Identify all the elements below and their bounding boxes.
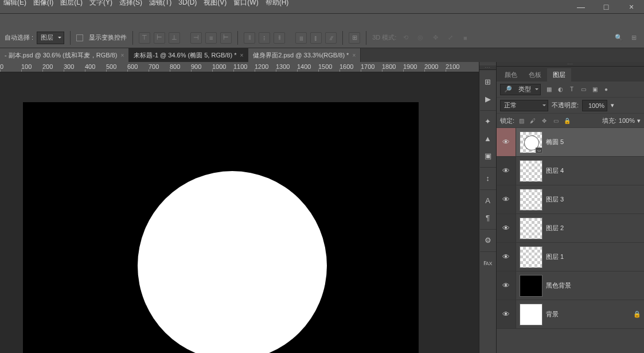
3d-pan-icon[interactable]: ✥ — [430, 32, 441, 44]
layer-thumbnail[interactable] — [520, 189, 542, 211]
menu-help[interactable]: 帮助(H) — [266, 0, 289, 7]
distribute-left-icon[interactable]: ⫼ — [295, 32, 307, 44]
align-bottom-icon[interactable]: ⊥ — [169, 32, 180, 44]
filter-toggle-icon[interactable]: ● — [602, 85, 611, 94]
layer-row[interactable]: 👁图层 3 — [497, 185, 644, 214]
visibility-toggle[interactable]: 👁 — [497, 214, 516, 242]
menu-3d[interactable]: 3D(D) — [178, 0, 197, 6]
chevron-down-icon[interactable]: ▾ — [611, 102, 614, 109]
3d-roll-icon[interactable]: ◎ — [415, 32, 426, 44]
paragraph-icon[interactable]: ¶ — [482, 212, 494, 223]
layer-thumbnail[interactable] — [520, 218, 542, 239]
doc-tab[interactable]: 未标题-1 @ 34.6% (椭圆 5, RGB/8) *× — [129, 48, 248, 62]
ellipse-shape[interactable] — [138, 171, 327, 353]
channels-icon[interactable]: ▣ — [482, 150, 494, 161]
canvas[interactable] — [23, 102, 419, 353]
menu-view[interactable]: 视图(V) — [204, 0, 227, 7]
menu-layer[interactable]: 图层(L) — [60, 0, 83, 7]
character-icon[interactable]: A — [482, 195, 494, 206]
distribute-vcenter-icon[interactable]: ⫶ — [259, 32, 270, 44]
distribute-hcenter-icon[interactable]: ⫿ — [310, 32, 322, 44]
layer-name[interactable]: 背景 — [546, 310, 630, 319]
layer-row[interactable]: 👁图层 1 — [497, 243, 644, 271]
menu-window[interactable]: 窗口(W) — [233, 0, 258, 7]
layer-thumbnail[interactable] — [520, 160, 542, 182]
layer-row[interactable]: 👁图层 2 — [497, 214, 644, 243]
layer-thumbnail[interactable] — [520, 246, 542, 268]
visibility-toggle[interactable]: 👁 — [497, 128, 516, 156]
tab-layers[interactable]: 图层 — [547, 68, 571, 82]
fill-value[interactable]: 100% — [619, 117, 635, 124]
panel-grab[interactable] — [497, 62, 644, 67]
layer-row[interactable]: 👁图层 4 — [497, 157, 644, 185]
layer-name[interactable]: 图层 1 — [546, 253, 644, 261]
3d-zoom-icon[interactable]: ■ — [459, 32, 471, 44]
lock-pixels-icon[interactable]: 🖌 — [528, 116, 537, 125]
menu-type[interactable]: 文字(Y) — [89, 0, 112, 7]
layer-name[interactable]: 黑色背景 — [546, 281, 644, 290]
menu-filter[interactable]: 滤镜(T) — [149, 0, 171, 7]
doc-tab[interactable]: - 副本.psd @ 30.6% (线和耳麦，RGB/8)× — [0, 48, 129, 62]
workspace-switcher-icon[interactable]: ⊞ — [628, 32, 639, 44]
close-icon[interactable]: × — [120, 52, 124, 59]
visibility-toggle[interactable]: 👁 — [497, 300, 516, 328]
align-hcenter-icon[interactable]: ≡ — [205, 32, 217, 44]
histogram-icon[interactable]: ▶ — [482, 93, 494, 104]
blendmode-dropdown[interactable]: 正常 — [500, 100, 548, 111]
align-vcenter-icon[interactable]: ⊢ — [154, 32, 165, 44]
minimize-button[interactable]: — — [568, 0, 594, 14]
layer-name[interactable]: 图层 2 — [546, 224, 644, 232]
lock-transparent-icon[interactable]: ▨ — [517, 116, 526, 125]
layer-name[interactable]: 图层 3 — [546, 195, 644, 204]
brushes-icon[interactable]: ↕ — [482, 172, 494, 184]
chevron-down-icon[interactable]: ▾ — [637, 117, 641, 125]
canvas-area[interactable]: 0100200300400500600700800900100011001200… — [0, 62, 479, 353]
filter-smart-icon[interactable]: ▣ — [590, 85, 599, 94]
menu-image[interactable]: 图像(I) — [33, 0, 53, 7]
opacity-value[interactable]: 100% — [582, 100, 607, 111]
maximize-button[interactable]: □ — [594, 0, 619, 14]
search-icon[interactable]: 🔍 — [613, 32, 625, 44]
3d-orbit-icon[interactable]: ⟲ — [400, 32, 411, 44]
filter-type-icon[interactable]: T — [567, 85, 576, 94]
doc-tab[interactable]: 健身界面2.psd @ 33.3%(RGB/8) *× — [248, 48, 361, 62]
properties-icon[interactable]: ⚙ — [482, 234, 494, 246]
layer-thumbnail[interactable]: ▭ — [520, 131, 542, 153]
autoselect-dropdown[interactable]: 图层 — [37, 32, 64, 44]
layer-row[interactable]: 👁背景🔒 — [497, 300, 644, 329]
align-top-icon[interactable]: ⊤ — [139, 32, 150, 44]
3d-slide-icon[interactable]: ⤢ — [444, 32, 456, 44]
layer-thumbnail[interactable] — [520, 275, 542, 297]
lock-all-icon[interactable]: 🔒 — [563, 116, 572, 125]
lock-artboard-icon[interactable]: ▭ — [551, 116, 560, 125]
filter-adjust-icon[interactable]: ◐ — [556, 85, 565, 94]
layer-thumbnail[interactable] — [520, 304, 542, 325]
panel-grab[interactable] — [479, 65, 496, 70]
visibility-toggle[interactable]: 👁 — [497, 271, 516, 300]
actions-icon[interactable]: ℻ — [482, 257, 494, 268]
navigator-icon[interactable]: ⊞ — [482, 76, 494, 87]
filter-pixel-icon[interactable]: ▦ — [544, 85, 553, 94]
tab-color[interactable]: 颜色 — [499, 68, 523, 82]
tab-swatches[interactable]: 色板 — [523, 68, 547, 82]
distribute-right-icon[interactable]: ⫽ — [325, 32, 337, 44]
distribute-top-icon[interactable]: ⫴ — [244, 32, 255, 44]
close-button[interactable]: × — [619, 0, 644, 14]
visibility-toggle[interactable]: 👁 — [497, 185, 516, 214]
align-left-icon[interactable]: ⊣ — [190, 32, 202, 44]
filter-kind-dropdown[interactable]: 🔎 类型 — [500, 84, 541, 95]
adjustments-icon[interactable]: ✦ — [482, 115, 494, 127]
close-icon[interactable]: × — [352, 52, 356, 59]
autoalign-icon[interactable]: ⊞ — [349, 32, 360, 44]
align-right-icon[interactable]: ⊢ — [220, 32, 232, 44]
layer-name[interactable]: 图层 4 — [546, 166, 644, 175]
ruler-horizontal[interactable]: 0100200300400500600700800900100011001200… — [0, 62, 479, 72]
layer-row[interactable]: 👁▭椭圆 5 — [497, 128, 644, 157]
menu-select[interactable]: 选择(S) — [119, 0, 142, 7]
layer-name[interactable]: 椭圆 5 — [546, 138, 644, 146]
filter-shape-icon[interactable]: ▭ — [579, 85, 588, 94]
visibility-toggle[interactable]: 👁 — [497, 157, 516, 185]
close-icon[interactable]: × — [240, 52, 243, 59]
lock-position-icon[interactable]: ✥ — [540, 116, 549, 125]
show-transform-checkbox[interactable] — [76, 34, 83, 41]
